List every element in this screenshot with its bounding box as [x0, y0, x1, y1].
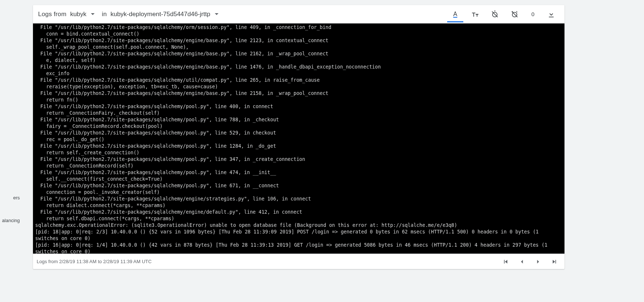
log-line: conn = bind.contextual_connect(): [35, 31, 562, 37]
log-line: File "/usr/lib/python2.7/site-packages/s…: [35, 37, 562, 44]
log-line: exc_info: [35, 70, 562, 77]
next-page-button[interactable]: [531, 255, 545, 268]
logs-footer: Logs from 2/28/19 11:38 AM to 2/28/19 11…: [33, 254, 564, 269]
log-line: rec = pool._do_get(): [35, 136, 562, 143]
logs-from-label: Logs from: [38, 11, 66, 18]
log-line: e, dialect, self): [35, 57, 562, 64]
logs-from-value: kubyk: [70, 11, 86, 18]
log-line: return self.dbapi.connect(*cargs, **cpar…: [35, 216, 562, 222]
log-line: File "/usr/lib/python2.7/site-packages/s…: [35, 103, 562, 110]
log-line: connection = pool._invoke_creator(self): [35, 189, 562, 196]
text-size-icon: [471, 10, 479, 18]
download-button[interactable]: [543, 6, 559, 22]
prev-page-button[interactable]: [515, 255, 529, 268]
first-page-icon: [502, 258, 509, 265]
last-page-icon: [551, 258, 558, 265]
log-line: return self._create_connection(): [35, 150, 562, 156]
log-line: [pid: 18|app: 0|req: 2/3] 10.40.0.0 () {…: [35, 229, 562, 242]
log-line: File "/usr/lib/python2.7/site-packages/s…: [35, 90, 562, 97]
download-icon: [547, 10, 555, 18]
logs-toolbar: Logs from kubyk in kubyk-deployment-75d5…: [33, 5, 564, 23]
log-line: File "/usr/lib/python2.7/site-packages/s…: [35, 169, 562, 176]
log-line: File "/usr/lib/python2.7/site-packages/s…: [35, 51, 562, 57]
log-line: fairy = _ConnectionRecord.checkout(pool): [35, 123, 562, 130]
log-line: File "/usr/lib/python2.7/site-packages/s…: [35, 156, 562, 163]
log-line: File "/usr/lib/python2.7/site-packages/s…: [35, 183, 562, 189]
text-size-button[interactable]: [467, 6, 483, 22]
log-line: return fn(): [35, 97, 562, 103]
log-line: File "/usr/lib/python2.7/site-packages/s…: [35, 77, 562, 84]
logs-in-filter[interactable]: in kubyk-deployment-75d5447d46-jrttp: [102, 11, 222, 18]
log-line: File "/usr/lib/python2.7/site-packages/s…: [35, 143, 562, 150]
logs-in-label: in: [102, 11, 107, 18]
log-line: self.__connect(first_connect_check=True): [35, 176, 562, 183]
log-output[interactable]: File "/usr/lib/python2.7/site-packages/s…: [33, 23, 564, 254]
chevron-right-icon: [534, 258, 542, 265]
log-line: File "/usr/lib/python2.7/site-packages/s…: [35, 117, 562, 123]
sidebar-item-alancing[interactable]: alancing: [2, 213, 23, 228]
log-line: return _ConnectionRecord(self): [35, 163, 562, 169]
last-page-button[interactable]: [548, 255, 561, 268]
log-line: File "/usr/lib/python2.7/site-packages/s…: [35, 130, 562, 136]
sidebar-item-ers[interactable]: ers: [13, 191, 23, 205]
first-page-button[interactable]: [499, 255, 512, 268]
notification-count: 0: [526, 11, 540, 17]
chevron-down-icon: [91, 13, 95, 15]
log-line: return _ConnectionFairy._checkout(self): [35, 110, 562, 117]
log-line: [pid: 16|app: 0|req: 1/4] 10.40.0.0 () {…: [35, 242, 562, 254]
log-line: sqlalchemy.exc.OperationalError: (sqlite…: [35, 222, 562, 229]
timer-off-icon: [491, 10, 499, 18]
log-line: return dialect.connect(*cargs, **cparams…: [35, 202, 562, 209]
logs-panel: Logs from kubyk in kubyk-deployment-75d5…: [33, 5, 564, 269]
logs-time-range: Logs from 2/28/19 11:38 AM to 2/28/19 11…: [37, 259, 499, 264]
chevron-down-icon: [215, 13, 218, 15]
logs-in-value: kubyk-deployment-75d5447d46-jrttp: [110, 11, 210, 18]
sidebar: ers alancing: [0, 0, 21, 302]
logs-from-filter[interactable]: Logs from kubyk: [38, 11, 98, 18]
chevron-left-icon: [518, 258, 526, 265]
log-line: self._wrap_pool_connect(self.pool.connec…: [35, 44, 562, 51]
alarm-off-icon: [511, 10, 519, 18]
underline-a-icon: [451, 10, 459, 18]
log-line: File "/usr/lib/python2.7/site-packages/s…: [35, 196, 562, 202]
pager: [499, 255, 561, 268]
log-line: File "/usr/lib/python2.7/site-packages/s…: [35, 24, 562, 31]
alarm-off-button[interactable]: [507, 6, 523, 22]
log-line: File "/usr/lib/python2.7/site-packages/s…: [35, 209, 562, 216]
log-line: reraise(type(exception), exception, tb=e…: [35, 84, 562, 90]
disable-timer-button[interactable]: [487, 6, 503, 22]
text-mode-button[interactable]: [447, 6, 463, 22]
log-line: File "/usr/lib/python2.7/site-packages/s…: [35, 64, 562, 70]
